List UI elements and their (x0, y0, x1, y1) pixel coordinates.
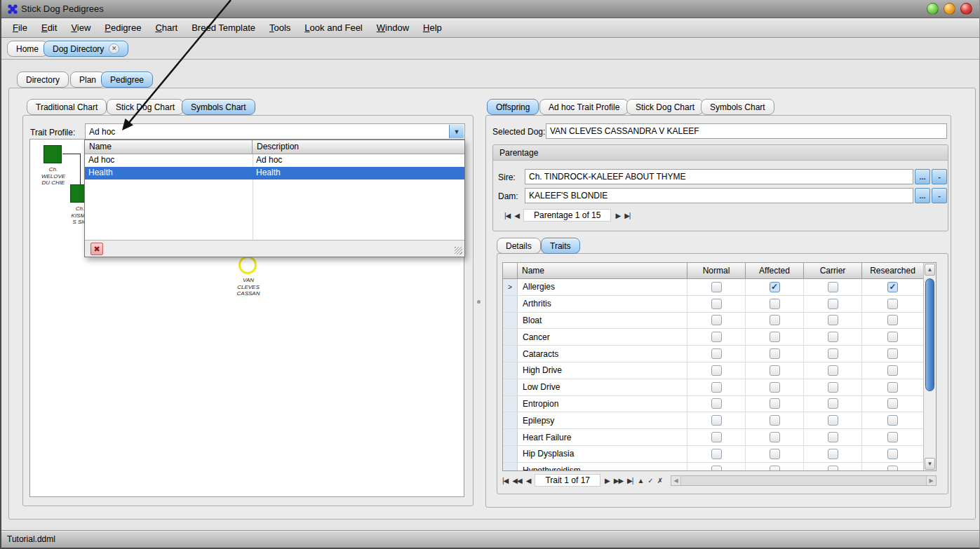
nav-last-icon[interactable]: ▶| (624, 212, 630, 219)
carrier-checkbox[interactable] (828, 282, 838, 292)
carrier-checkbox[interactable] (828, 415, 838, 426)
pedigree-node-female[interactable] (239, 256, 257, 274)
sire-remove-button[interactable]: - (932, 169, 947, 184)
table-row[interactable]: Arthritis (503, 296, 923, 313)
researched-checkbox[interactable] (887, 415, 898, 426)
normal-checkbox[interactable] (711, 382, 722, 393)
affected-checkbox[interactable] (770, 432, 780, 442)
column-header-normal[interactable]: Normal (687, 263, 746, 278)
nav-forward-icon[interactable]: ▶▶ (614, 477, 623, 484)
tab-close-icon[interactable]: ✕ (109, 43, 119, 54)
nav-confirm-icon[interactable]: ✓ (647, 477, 652, 484)
normal-checkbox[interactable] (711, 466, 722, 470)
column-header-researched[interactable]: Researched (862, 263, 923, 278)
carrier-checkbox[interactable] (828, 466, 838, 470)
table-row[interactable]: Hypothyroidism (503, 463, 923, 470)
dropdown-column-name[interactable]: Name (85, 140, 253, 154)
menu-item-edit[interactable]: Edit (34, 18, 64, 37)
tab-symbols-chart-left[interactable]: Symbols Chart (182, 99, 255, 115)
nav-up-icon[interactable]: ▲ (637, 477, 643, 484)
dam-remove-button[interactable]: - (932, 188, 947, 203)
carrier-checkbox[interactable] (828, 432, 838, 442)
menu-item-pedigree[interactable]: Pedigree (98, 18, 148, 37)
nav-prev-icon[interactable]: ◀ (514, 212, 519, 219)
table-row[interactable]: Cancer (503, 329, 923, 346)
affected-checkbox[interactable] (770, 348, 780, 359)
tab-pedigree[interactable]: Pedigree (101, 72, 153, 88)
tab-stick-dog-chart-left[interactable]: Stick Dog Chart (107, 99, 184, 115)
nav-first-icon[interactable]: |◀ (502, 477, 508, 484)
carrier-checkbox[interactable] (828, 365, 838, 376)
menu-item-window[interactable]: Window (370, 18, 416, 37)
affected-checkbox[interactable] (770, 332, 780, 342)
nav-cancel-icon[interactable]: ✗ (657, 477, 662, 484)
normal-checkbox[interactable] (711, 315, 722, 325)
researched-checkbox[interactable]: ✓ (887, 282, 898, 292)
combobox-dropdown-button[interactable]: ▼ (449, 125, 464, 138)
menu-item-breed-template[interactable]: Breed Template (184, 18, 262, 37)
researched-checkbox[interactable] (887, 299, 898, 309)
tab-traits[interactable]: Traits (541, 238, 580, 254)
normal-checkbox[interactable] (711, 332, 722, 342)
researched-checkbox[interactable] (887, 365, 898, 376)
tab-dog-directory[interactable]: Dog Directory ✕ (43, 41, 128, 57)
nav-next-icon[interactable]: ▶ (615, 212, 620, 219)
column-header-carrier[interactable]: Carrier (804, 263, 862, 278)
affected-checkbox[interactable] (770, 449, 780, 459)
tab-details[interactable]: Details (497, 238, 541, 254)
trait-profile-combobox[interactable]: Ad hoc ▼ (85, 123, 465, 140)
selected-dog-field[interactable]: VAN CLEVES CASSANDRA V KALEEF (546, 123, 947, 139)
dropdown-row-ad-hoc[interactable]: Ad hoc Ad hoc (85, 154, 464, 167)
dam-field[interactable]: KALEEF'S BLONDIE (525, 188, 913, 203)
menu-item-chart[interactable]: Chart (148, 18, 184, 37)
researched-checkbox[interactable] (887, 332, 898, 342)
menu-item-file[interactable]: File (6, 18, 34, 37)
vertical-scrollbar[interactable]: ▲ ▼ (923, 263, 936, 470)
table-row[interactable]: Heart Failure (503, 429, 923, 446)
affected-checkbox[interactable] (770, 315, 780, 325)
menu-item-look-and-feel[interactable]: Look and Feel (297, 18, 369, 37)
researched-checkbox[interactable] (887, 398, 898, 409)
tab-plan[interactable]: Plan (70, 72, 105, 88)
carrier-checkbox[interactable] (828, 299, 838, 309)
pedigree-node-male[interactable] (43, 145, 62, 163)
affected-checkbox[interactable] (770, 466, 780, 470)
affected-checkbox[interactable] (770, 398, 780, 409)
normal-checkbox[interactable] (711, 365, 722, 376)
sire-lookup-button[interactable]: ... (915, 169, 930, 184)
researched-checkbox[interactable] (887, 382, 898, 393)
splitter-handle[interactable] (477, 300, 481, 304)
table-row[interactable]: >Allergies✓✓ (503, 279, 923, 296)
normal-checkbox[interactable] (711, 282, 722, 292)
menu-item-tools[interactable]: Tools (262, 18, 297, 37)
researched-checkbox[interactable] (887, 315, 898, 325)
nav-rewind-icon[interactable]: ◀◀ (512, 477, 521, 484)
table-row[interactable]: Hip Dysplasia (503, 446, 923, 463)
tab-traditional-chart[interactable]: Traditional Chart (27, 99, 107, 115)
normal-checkbox[interactable] (711, 415, 722, 426)
dam-lookup-button[interactable]: ... (915, 188, 930, 203)
normal-checkbox[interactable] (711, 348, 722, 359)
tab-ad-hoc-trait-profile[interactable]: Ad hoc Trait Profile (539, 99, 629, 115)
close-button[interactable] (960, 3, 972, 15)
researched-checkbox[interactable] (887, 432, 898, 442)
table-row[interactable]: Cataracts (503, 346, 923, 362)
sire-field[interactable]: Ch. TINDROCK-KALEEF ABOUT THYME (525, 169, 913, 184)
scroll-down-icon[interactable]: ▼ (925, 458, 935, 470)
tab-offspring[interactable]: Offspring (487, 99, 539, 115)
carrier-checkbox[interactable] (828, 348, 838, 359)
menu-item-view[interactable]: View (64, 18, 98, 37)
nav-prev-icon[interactable]: ◀ (526, 477, 531, 484)
carrier-checkbox[interactable] (828, 332, 838, 342)
affected-checkbox[interactable]: ✓ (770, 282, 780, 292)
maximize-button[interactable] (944, 3, 955, 15)
carrier-checkbox[interactable] (828, 398, 838, 409)
horizontal-scrollbar[interactable]: ◀ ▶ (671, 475, 937, 486)
researched-checkbox[interactable] (887, 449, 898, 459)
carrier-checkbox[interactable] (828, 382, 838, 393)
scroll-right-icon[interactable]: ▶ (926, 476, 936, 485)
nav-last-icon[interactable]: ▶| (627, 477, 633, 484)
table-row[interactable]: Entropion (503, 396, 923, 413)
nav-first-icon[interactable]: |◀ (504, 212, 510, 219)
scroll-up-icon[interactable]: ▲ (925, 264, 935, 276)
